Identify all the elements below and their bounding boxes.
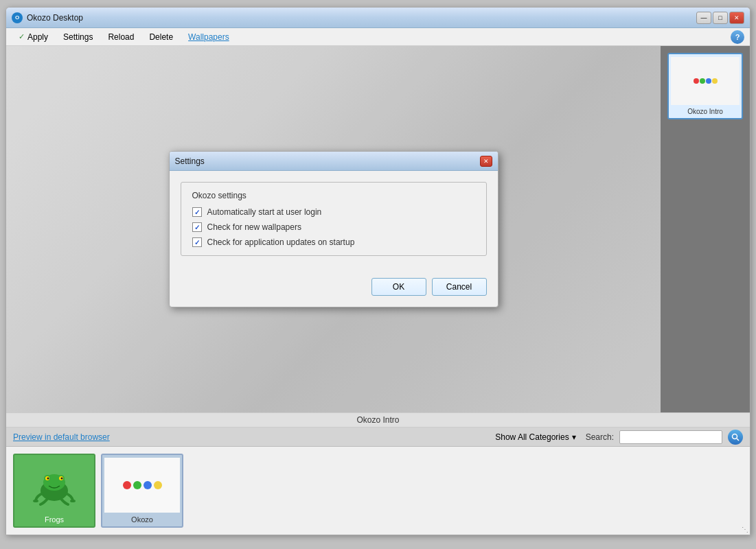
checkbox-row-app-updates: ✓ Check for application updates on start… — [192, 237, 475, 247]
gallery-item-frogs-image — [16, 458, 92, 513]
svg-point-9 — [61, 478, 63, 480]
settings-close-button[interactable]: ✕ — [480, 156, 492, 167]
help-button[interactable]: ? — [731, 30, 744, 44]
menu-reload-label: Reload — [108, 32, 134, 42]
menu-wallpapers[interactable]: Wallpapers — [181, 31, 236, 43]
categories-label: Show All Categories — [495, 432, 569, 442]
gallery-item-frogs-label: Frogs — [45, 515, 64, 524]
settings-dialog: Settings ✕ Okozo settings ✓ Automaticall… — [169, 151, 499, 307]
checkbox-app-updates-label: Check for application updates on startup — [207, 237, 355, 247]
maximize-button[interactable]: □ — [713, 12, 728, 24]
logo-dot-green — [133, 481, 141, 489]
gallery-item-okozo-image — [104, 458, 180, 513]
current-wallpaper-name: Okozo Intro — [6, 412, 750, 428]
app-icon: O — [12, 12, 23, 23]
menu-delete[interactable]: Delete — [142, 31, 180, 43]
title-bar: O Okozo Desktop — □ ✕ — [6, 8, 750, 28]
menu-bar: ✓ Apply Settings Reload Delete Wallpaper… — [6, 28, 750, 46]
resize-handle[interactable]: ⋱ — [742, 526, 748, 533]
menu-reload[interactable]: Reload — [101, 31, 141, 43]
settings-modal-overlay: Settings ✕ Okozo settings ✓ Automaticall… — [6, 46, 661, 412]
gallery-item-frogs[interactable]: Frogs — [13, 454, 95, 528]
preview-link[interactable]: Preview in default browser — [13, 432, 110, 442]
logo-dot-red — [123, 481, 131, 489]
svg-point-11 — [70, 500, 76, 502]
gallery-item-okozo-label: Okozo — [131, 515, 153, 524]
settings-dialog-title: Settings — [175, 156, 205, 166]
settings-dialog-footer: OK Cancel — [170, 278, 498, 307]
frog-icon — [30, 465, 78, 506]
sidebar-thumb-image — [671, 57, 740, 105]
main-window: O Okozo Desktop — □ ✕ ✓ Apply Settings R… — [5, 7, 751, 535]
apply-checkmark: ✓ — [19, 32, 25, 41]
gallery-section: Preview in default browser Show All Cate… — [6, 428, 750, 535]
preview-panel: Settings ✕ Okozo settings ✓ Automaticall… — [6, 46, 661, 412]
search-label: Search: — [586, 432, 614, 442]
search-input[interactable] — [619, 430, 722, 444]
checkbox-auto-start-label: Automatically start at user login — [207, 207, 322, 217]
checkbox-auto-start-check: ✓ — [194, 209, 200, 216]
checkbox-row-new-wallpapers: ✓ Check for new wallpapers — [192, 222, 475, 232]
window-controls: — □ ✕ — [696, 12, 744, 24]
okozo-logo — [123, 481, 162, 489]
logo-dot-yellow — [712, 78, 718, 84]
settings-dialog-body: Okozo settings ✓ Automatically start at … — [170, 171, 498, 278]
checkbox-new-wallpapers[interactable]: ✓ — [192, 222, 202, 232]
settings-group-title: Okozo settings — [192, 191, 475, 200]
svg-point-10 — [33, 500, 38, 502]
logo-dot-blue — [706, 78, 711, 84]
show-categories-button[interactable]: Show All Categories ▾ — [491, 431, 580, 443]
menu-settings[interactable]: Settings — [56, 31, 100, 43]
settings-titlebar: Settings ✕ — [170, 152, 498, 171]
logo-dot-blue — [144, 481, 152, 489]
checkbox-app-updates-check: ✓ — [194, 239, 200, 246]
checkbox-app-updates[interactable]: ✓ — [192, 237, 202, 247]
window-title: Okozo Desktop — [27, 13, 83, 23]
content-area: Settings ✕ Okozo settings ✓ Automaticall… — [6, 46, 750, 412]
cancel-button[interactable]: Cancel — [432, 278, 487, 296]
logo-dot-green — [700, 78, 705, 84]
settings-group: Okozo settings ✓ Automatically start at … — [181, 182, 487, 256]
menu-settings-label: Settings — [63, 32, 93, 42]
svg-line-1 — [737, 439, 739, 441]
minimize-button[interactable]: — — [696, 12, 711, 24]
menu-apply[interactable]: ✓ Apply — [12, 31, 55, 43]
sidebar-thumb-label: Okozo Intro — [687, 108, 723, 115]
gallery-item-okozo[interactable]: Okozo — [101, 454, 183, 528]
sidebar: Okozo Intro — [661, 46, 750, 412]
logo-dot-yellow — [154, 481, 162, 489]
svg-point-8 — [47, 478, 49, 480]
checkbox-auto-start[interactable]: ✓ — [192, 207, 202, 217]
gallery-toolbar: Preview in default browser Show All Cate… — [6, 428, 750, 447]
dropdown-arrow-icon: ▾ — [572, 432, 576, 442]
checkbox-row-auto-start: ✓ Automatically start at user login — [192, 207, 475, 217]
search-icon-button[interactable] — [728, 430, 743, 445]
sidebar-thumb-okozo[interactable]: Okozo Intro — [667, 53, 743, 119]
checkbox-new-wallpapers-check: ✓ — [194, 224, 200, 231]
svg-point-0 — [733, 434, 737, 439]
logo-dot-red — [694, 78, 699, 84]
menu-delete-label: Delete — [149, 32, 173, 42]
menu-apply-label: Apply — [27, 32, 48, 42]
gallery-grid: Frogs Okozo — [6, 447, 750, 535]
ok-button[interactable]: OK — [371, 278, 426, 296]
menu-wallpapers-label: Wallpapers — [188, 32, 229, 42]
checkbox-new-wallpapers-label: Check for new wallpapers — [207, 222, 301, 232]
search-icon — [731, 433, 740, 441]
close-button[interactable]: ✕ — [729, 12, 744, 24]
title-bar-left: O Okozo Desktop — [12, 12, 83, 23]
sidebar-okozo-logo — [694, 78, 718, 84]
